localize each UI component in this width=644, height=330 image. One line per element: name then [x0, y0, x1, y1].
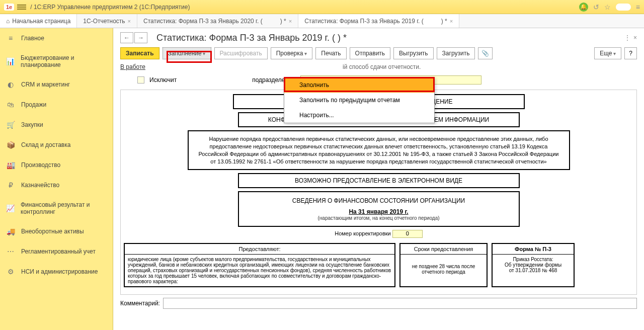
comment-row: Комментарий:	[113, 295, 644, 312]
sidebar-item-production[interactable]: 🏭Производство	[0, 155, 113, 175]
hamburger-icon[interactable]	[17, 4, 26, 11]
sidebar-label: Главное	[21, 35, 44, 42]
sidebar-label: Бюджетирование и планирование	[21, 54, 107, 68]
check-button[interactable]: Проверка	[271, 47, 313, 59]
content-header: ← → Статистика: Форма П-3 за Январь 2019…	[113, 28, 644, 45]
cart-icon: 🛒	[6, 121, 15, 129]
export-button[interactable]: Выгрузить	[393, 47, 434, 59]
back-button[interactable]: ←	[120, 32, 133, 43]
sidebar-item-finresult[interactable]: 📈Финансовый результат и контроллинг	[0, 195, 113, 221]
import-button[interactable]: Загрузить	[437, 47, 475, 59]
report-note: (нарастающим итогом, на конец отчетного …	[244, 215, 514, 221]
content: ← → Статистика: Форма П-3 за Январь 2019…	[113, 28, 644, 330]
close-icon[interactable]: ×	[128, 18, 131, 24]
status-text: ій способ сдачи отчетности.	[343, 63, 421, 70]
history-icon[interactable]: ↺	[593, 3, 599, 11]
graph-icon: 📈	[6, 204, 15, 212]
help-button[interactable]: ?	[624, 47, 637, 59]
home-icon: ⌂	[6, 18, 10, 25]
menu-fill[interactable]: Заполнить	[284, 77, 434, 93]
print-button[interactable]: Печать	[315, 47, 346, 59]
fill-button[interactable]: Заполнение	[163, 47, 211, 59]
sidebar-label: Внеоборотные активы	[21, 228, 84, 235]
close-icon[interactable]: ×	[289, 18, 292, 24]
tab-home[interactable]: ⌂ Начальная страница	[0, 14, 77, 28]
corr-field[interactable]: 0	[392, 230, 423, 238]
status-link[interactable]: В работе	[120, 63, 145, 70]
correction-row: Номер корректировки 0	[123, 230, 634, 238]
toolbar: Записать Заполнение Расшифровать Проверк…	[113, 45, 644, 61]
title-bar: 1e / 1C:ERP Управление предприятием 2 (1…	[0, 0, 644, 14]
star-icon[interactable]: ☆	[604, 3, 611, 11]
report-box-4: ВОЗМОЖНО ПРЕДОСТАВЛЕНИЕ В ЭЛЕКТРОННОМ ВИ…	[238, 173, 520, 188]
menu-icon[interactable]: ≡	[636, 3, 640, 11]
tab-suffix: ) *	[280, 18, 286, 25]
truck-icon: 🚚	[6, 227, 15, 235]
titlebar-right: 🔔 ↺ ☆ ≡	[579, 3, 640, 12]
col3-l1: Приказ Росстата:	[496, 257, 571, 262]
ruble-icon: ₽	[6, 181, 15, 189]
sidebar-item-admin[interactable]: ⚙НСИ и администрирование	[0, 262, 113, 282]
tab-label: 1С-Отчетность	[83, 18, 125, 25]
close-icon[interactable]: ×	[633, 34, 637, 41]
sidebar-label: Продажи	[21, 101, 46, 108]
col1-body: юридические лица (кроме субъектов малого…	[125, 255, 394, 286]
menu-configure[interactable]: Настроить...	[284, 108, 434, 123]
col2-body: не позднее 28 числа после отчетного пери…	[400, 255, 487, 277]
kebab-icon[interactable]: ⋮	[624, 34, 630, 41]
sidebar-label: CRM и маркетинг	[21, 81, 70, 88]
send-button[interactable]: Отправить	[350, 47, 391, 59]
dots-icon: ⋯	[6, 248, 15, 256]
comment-label: Комментарий:	[120, 300, 160, 307]
attach-button[interactable]: 📎	[478, 47, 493, 59]
tab-suffix: ) *	[441, 18, 447, 25]
more-button[interactable]: Еще	[594, 47, 621, 59]
content-actions: ⋮ ×	[624, 34, 637, 41]
sidebar-item-crm[interactable]: ◐CRM и маркетинг	[0, 74, 113, 95]
sidebar-label: Производство	[21, 161, 60, 169]
comment-field[interactable]	[163, 298, 637, 309]
sidebar-label: Склад и доставка	[21, 141, 70, 148]
tab-label: Статистика: Форма П-3 за Январь 2020 г. …	[143, 18, 263, 25]
col2-head: Сроки предоставления	[400, 244, 487, 255]
col3-head: Форма № П-3	[493, 244, 574, 255]
menu-icon: ≡	[6, 34, 15, 42]
tab-p3-2019[interactable]: Статистика: Форма П-3 за Январь 2019 г. …	[298, 14, 459, 28]
sidebar-item-sales[interactable]: 🛍Продажи	[0, 95, 113, 115]
bell-icon[interactable]: 🔔	[579, 3, 588, 12]
sidebar-item-warehouse[interactable]: 📦Склад и доставка	[0, 135, 113, 155]
sidebar: ≡Главное 📊Бюджетирование и планирование …	[0, 28, 113, 330]
tab-p3-2020[interactable]: Статистика: Форма П-3 за Январь 2020 г. …	[137, 14, 298, 28]
write-button[interactable]: Записать	[120, 47, 159, 59]
close-icon[interactable]: ×	[450, 18, 453, 24]
sidebar-item-assets[interactable]: 🚚Внеоборотные активы	[0, 221, 113, 241]
page-title: Статистика: Форма П-3 за Январь 2019 г. …	[156, 33, 347, 43]
box-icon: 📦	[6, 141, 15, 149]
corr-label: Номер корректировки	[335, 230, 390, 236]
sidebar-label: Казначейство	[21, 182, 59, 189]
menu-fill-prev[interactable]: Заполнить по предыдущим отчетам	[284, 93, 434, 108]
tab-label: Начальная страница	[12, 18, 70, 25]
pie-icon: ◐	[6, 80, 15, 89]
sidebar-item-main[interactable]: ≡Главное	[0, 28, 113, 48]
bottom-table: Предоставляют: юридические лица (кроме с…	[124, 243, 633, 287]
tab-reporting[interactable]: 1С-Отчетность ×	[77, 14, 137, 28]
col3-l3: от 31.07.2018 № 468	[496, 268, 571, 273]
sidebar-item-regaccount[interactable]: ⋯Регламентированный учет	[0, 241, 113, 262]
forward-button[interactable]: →	[134, 32, 147, 43]
tabs-row: ⌂ Начальная страница 1С-Отчетность × Ста…	[0, 14, 644, 28]
bag-icon: 🛍	[6, 101, 15, 109]
exclude-checkbox[interactable]	[137, 76, 144, 84]
gear-icon: ⚙	[6, 268, 15, 276]
fill-dropdown: Заполнить Заполнить по предыдущим отчета…	[284, 77, 435, 123]
user-pill[interactable]	[616, 4, 631, 11]
sidebar-item-budget[interactable]: 📊Бюджетирование и планирование	[0, 48, 113, 74]
report-box-5: СВЕДЕНИЯ О ФИНАНСОВОМ СОСТОЯНИИ ОРГАНИЗА…	[238, 191, 520, 227]
chart-icon: 📊	[6, 57, 15, 65]
col3-l2: Об утверждении формы	[496, 262, 571, 268]
sidebar-item-treasury[interactable]: ₽Казначейство	[0, 175, 113, 195]
report-date: На 31 января 2019 г.	[244, 208, 514, 215]
decode-button[interactable]: Расшифровать	[214, 47, 268, 59]
status-row: В работе ій способ сдачи отчетности.	[113, 61, 644, 72]
sidebar-item-purchase[interactable]: 🛒Закупки	[0, 115, 113, 135]
